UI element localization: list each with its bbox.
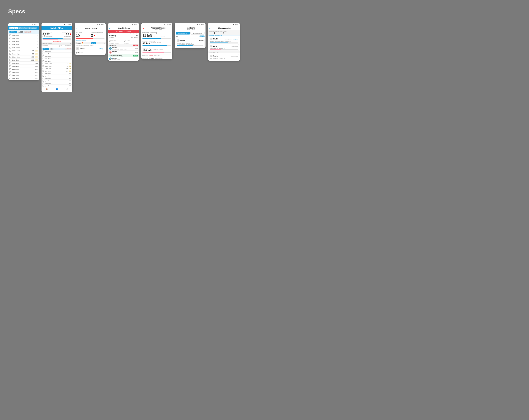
close-button[interactable]: ✕ (142, 27, 144, 30)
s4-nav-header: ‹ Chedd Garcia (108, 26, 139, 30)
s5-nav-header: ✕ Progress Details (5am - 8pm) (141, 26, 172, 31)
s2-checkbox[interactable] (42, 60, 44, 62)
exceptions-icon: ⚠ (66, 88, 68, 90)
s2-checkbox[interactable] (42, 73, 44, 74)
s1-checkbox[interactable] (10, 72, 11, 73)
s2-checkbox[interactable] (42, 53, 44, 54)
nav-exceptions[interactable]: ⚠ Exceptions (62, 88, 72, 92)
filter-all-btn[interactable]: All Hours (42, 48, 49, 50)
avatar-chedd: C (76, 47, 79, 50)
s2-checkbox[interactable] (42, 75, 44, 76)
s1-checkbox[interactable] (10, 62, 11, 64)
s2-checkbox[interactable] (42, 70, 44, 72)
walks-row: Pick Walks Remaining (142, 40, 171, 42)
tab-due-time[interactable]: Due Time (10, 27, 18, 29)
orders-label: Orders to Pick (142, 47, 171, 49)
order-row-osn106[interactable]: 📦 OSN 106 Pick Due: 11:00am 13 qty (108, 51, 139, 54)
order-info: OSN 108 Pick Due: 8:00am (112, 58, 138, 60)
list-item: 6pm - 7pm 400 (8, 74, 39, 77)
status-sub: (Ambient) (109, 37, 123, 38)
s1-checkbox[interactable] (10, 50, 11, 51)
order-icon-pink: 📦 (109, 51, 112, 54)
s1-checkbox[interactable] (10, 78, 11, 79)
assoc-qty: 50 qty (199, 40, 203, 41)
s1-checkbox[interactable] (10, 68, 11, 70)
nav-home-label: Home (45, 90, 48, 92)
order-row-osn108[interactable]: 📦 OSN 108 Pick Due: 8:00am (108, 57, 139, 61)
s2-checkbox[interactable] (42, 55, 44, 57)
associate-card-chedd[interactable]: C Chedd 35 min picking 15 qty left Ambie… (209, 37, 239, 44)
dispenser-card-megha[interactable]: M Megha 10 dispensed Last Pick Rate: 85 … (209, 54, 239, 60)
nav-home[interactable]: 🏠 Home (41, 88, 52, 92)
nav-associates[interactable]: 👥 Associates (52, 88, 62, 92)
completed-qty-badge: 20 qty (133, 55, 138, 56)
s1-checkbox[interactable] (10, 56, 11, 58)
settings-icon: ✎ (70, 43, 71, 44)
s1-checkbox[interactable] (10, 65, 11, 67)
completed-label: Completed Orders (1) (109, 55, 123, 56)
s2-checkbox[interactable] (42, 65, 44, 67)
s2-checkbox[interactable] (42, 68, 44, 69)
status-bar-3: ▲▲ 9:45 (75, 23, 106, 26)
back-button[interactable]: ‹ (209, 27, 210, 29)
rate-stat: Current Pick Rate 40 (items per hour) (124, 33, 138, 38)
total-qty-val: 4,232 (42, 33, 56, 36)
progress-bar-outer (42, 38, 71, 39)
associate-card-chedd[interactable]: C Chedd 50 qty Picked for 50 min Pick Ra… (176, 38, 204, 47)
status-bar-6: ▲▲ 9:45 (175, 23, 206, 26)
s1-checkbox[interactable] (10, 38, 11, 39)
list-item: 5am - 6am 0 (41, 50, 72, 52)
s1-exc-badge: ▲5 (35, 56, 38, 58)
assoc-dept: Ambient (210, 41, 213, 42)
s1-checkbox[interactable] (10, 75, 11, 76)
s2-checkbox[interactable] (42, 85, 44, 87)
back-button[interactable]: ‹ (176, 27, 177, 30)
associates-icon: 👥 (56, 88, 58, 90)
assoc-qty: 15 qty left (233, 38, 238, 40)
list-item: 12pm - 1pm 100 ▲5 (41, 67, 72, 70)
s2-checkbox[interactable] (42, 83, 44, 84)
s1-checkbox[interactable] (10, 47, 11, 49)
associate-row-chedd[interactable]: C Chedd 15 qty › (75, 46, 106, 51)
section-header-progress: Progress Details ✎ (41, 42, 72, 45)
tab-not-started[interactable]: Not Started (0) (190, 32, 205, 35)
personal-shoppers-header: Personal Shoppers (4) (208, 35, 240, 36)
tab-qty[interactable]: QTY to Pick (18, 27, 28, 29)
assoc-avg: Average: 75 (225, 41, 231, 42)
total-qty-sub: (1,768 / 6,000 picked) (42, 36, 56, 37)
s2-time-rows: 5am - 6am 0 6am - 7am 0 7am - 8am 0 8am … (41, 50, 72, 87)
tab-completed[interactable]: Completed (3) (176, 32, 190, 35)
s2-checkbox[interactable] (42, 80, 44, 82)
nav-associates-label: Associates (54, 90, 59, 92)
s1-checkbox[interactable] (10, 41, 11, 42)
exc-badge: ▲2 (69, 65, 71, 67)
s1-checkbox[interactable] (10, 59, 11, 61)
disp-val: 2 (220, 32, 226, 34)
s2-checkbox[interactable] (42, 58, 44, 59)
list-item: 11am - 12pm 50 ▲2 (41, 65, 72, 67)
exc-left-val: 11 left (142, 34, 152, 38)
s2-checkbox[interactable] (42, 63, 44, 64)
progress-details-link[interactable]: Progress Details ⊞ (75, 40, 106, 42)
s1-checkbox[interactable] (10, 53, 11, 55)
s2-checkbox[interactable] (42, 51, 44, 52)
tab-exceptions[interactable]: Exceptions (28, 27, 37, 29)
s2-checkbox[interactable] (42, 78, 44, 79)
exc-dot (94, 35, 95, 36)
filter-exc: ▲11 total (65, 48, 71, 50)
completed-section: Completed Orders (1) 20 qty (108, 54, 139, 57)
exc-badge: ▲2 (69, 63, 71, 64)
back-button[interactable]: ‹ (76, 27, 77, 30)
s1-filter-btn[interactable]: All Hours (10, 31, 17, 33)
back-button[interactable]: ‹ (109, 27, 110, 29)
s1-checkbox[interactable] (10, 35, 11, 36)
order-row-osn107[interactable]: 📦 OSN 107 1 exception(s) Pick Due: 9:00a… (108, 47, 139, 51)
assoc-progress-bar (177, 45, 203, 46)
status-val: Picking (109, 35, 123, 37)
exc-stat: Exceptions Remaining 2 (91, 32, 105, 38)
s1-checkbox[interactable] (10, 44, 11, 45)
time-sub: (8:00am - Current) (109, 42, 123, 44)
associate-card-loryn[interactable]: L Loryn Unassigned Last Pick Rate: 80 Av… (209, 44, 239, 51)
s5-subtitle: (5am - 8pm) (145, 29, 171, 30)
list-item: 6am - 7am 0 (8, 37, 39, 40)
